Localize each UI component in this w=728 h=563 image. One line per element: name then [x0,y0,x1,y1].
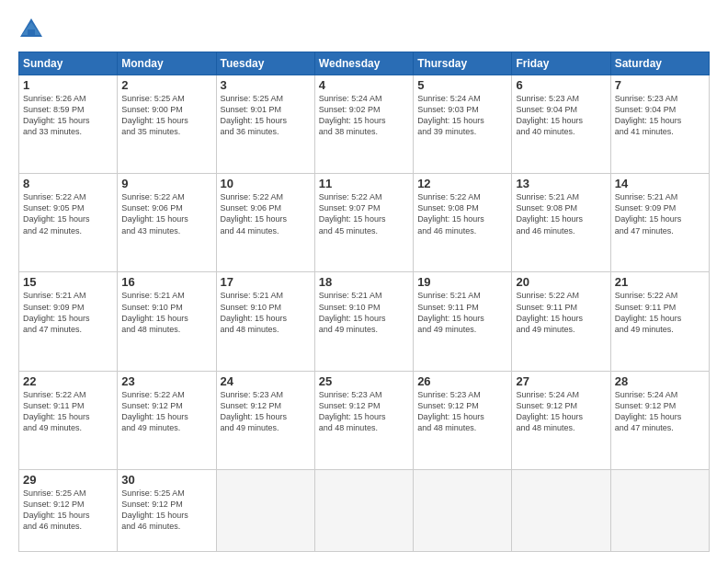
day-number: 14 [615,177,705,190]
calendar-header-row: SundayMondayTuesdayWednesdayThursdayFrid… [19,52,710,75]
day-info: Sunrise: 5:24 AM Sunset: 9:02 PM Dayligh… [319,93,409,138]
calendar-day: 16Sunrise: 5:21 AM Sunset: 9:10 PM Dayli… [118,272,216,371]
day-info: Sunrise: 5:25 AM Sunset: 9:12 PM Dayligh… [121,488,211,533]
day-number: 5 [417,78,507,92]
calendar-day: 17Sunrise: 5:21 AM Sunset: 9:10 PM Dayli… [216,272,314,371]
weekday-header: Wednesday [314,52,413,75]
calendar-week-row: 1Sunrise: 5:26 AM Sunset: 8:59 PM Daylig… [19,75,710,174]
day-number: 30 [121,473,211,487]
calendar-day: 8Sunrise: 5:22 AM Sunset: 9:05 PM Daylig… [19,174,118,272]
day-info: Sunrise: 5:24 AM Sunset: 9:12 PM Dayligh… [516,389,606,434]
calendar-empty-day [512,469,610,551]
weekday-header: Friday [512,52,610,75]
day-number: 15 [23,275,113,289]
calendar-day: 2Sunrise: 5:25 AM Sunset: 9:00 PM Daylig… [118,75,216,174]
day-number: 2 [121,78,211,92]
logo [18,17,50,42]
calendar-day: 21Sunrise: 5:22 AM Sunset: 9:11 PM Dayli… [610,272,709,371]
calendar-day: 1Sunrise: 5:26 AM Sunset: 8:59 PM Daylig… [19,75,118,174]
day-info: Sunrise: 5:21 AM Sunset: 9:10 PM Dayligh… [121,290,211,335]
calendar-day: 27Sunrise: 5:24 AM Sunset: 9:12 PM Dayli… [512,371,610,469]
day-info: Sunrise: 5:25 AM Sunset: 9:01 PM Dayligh… [221,93,311,138]
day-number: 26 [417,374,507,388]
day-number: 11 [319,177,409,190]
weekday-header: Thursday [414,52,512,75]
calendar-day: 22Sunrise: 5:22 AM Sunset: 9:11 PM Dayli… [19,371,118,469]
day-number: 3 [221,78,311,92]
day-number: 18 [319,275,409,289]
calendar-empty-day [414,469,512,551]
day-number: 20 [516,275,606,289]
calendar-day: 13Sunrise: 5:21 AM Sunset: 9:08 PM Dayli… [512,174,610,272]
calendar-week-row: 8Sunrise: 5:22 AM Sunset: 9:05 PM Daylig… [19,174,710,272]
calendar-table: SundayMondayTuesdayWednesdayThursdayFrid… [18,52,710,552]
day-info: Sunrise: 5:26 AM Sunset: 8:59 PM Dayligh… [23,93,113,138]
calendar-week-row: 29Sunrise: 5:25 AM Sunset: 9:12 PM Dayli… [19,469,710,551]
header [18,17,710,42]
calendar-day: 19Sunrise: 5:21 AM Sunset: 9:11 PM Dayli… [414,272,512,371]
day-info: Sunrise: 5:24 AM Sunset: 9:12 PM Dayligh… [615,389,705,434]
calendar-day: 7Sunrise: 5:23 AM Sunset: 9:04 PM Daylig… [610,75,709,174]
calendar-empty-day [610,469,709,551]
calendar-empty-day [314,469,413,551]
calendar-day: 26Sunrise: 5:23 AM Sunset: 9:12 PM Dayli… [414,371,512,469]
day-number: 13 [516,177,606,190]
day-number: 25 [319,374,409,388]
day-number: 1 [23,78,113,92]
calendar-day: 3Sunrise: 5:25 AM Sunset: 9:01 PM Daylig… [216,75,314,174]
day-info: Sunrise: 5:23 AM Sunset: 9:12 PM Dayligh… [319,389,409,434]
day-number: 23 [121,374,211,388]
calendar-day: 12Sunrise: 5:22 AM Sunset: 9:08 PM Dayli… [414,174,512,272]
calendar-day: 6Sunrise: 5:23 AM Sunset: 9:04 PM Daylig… [512,75,610,174]
weekday-header: Sunday [19,52,118,75]
calendar-day: 28Sunrise: 5:24 AM Sunset: 9:12 PM Dayli… [610,371,709,469]
svg-rect-2 [28,29,35,35]
day-info: Sunrise: 5:25 AM Sunset: 9:00 PM Dayligh… [121,93,211,138]
day-number: 10 [221,177,311,190]
day-number: 4 [319,78,409,92]
calendar-day: 25Sunrise: 5:23 AM Sunset: 9:12 PM Dayli… [314,371,413,469]
day-number: 9 [121,177,211,190]
day-number: 24 [221,374,311,388]
day-info: Sunrise: 5:22 AM Sunset: 9:08 PM Dayligh… [417,191,507,236]
weekday-header: Saturday [610,52,709,75]
day-info: Sunrise: 5:21 AM Sunset: 9:08 PM Dayligh… [516,191,606,236]
day-number: 17 [221,275,311,289]
day-number: 19 [417,275,507,289]
calendar-day: 4Sunrise: 5:24 AM Sunset: 9:02 PM Daylig… [314,75,413,174]
day-info: Sunrise: 5:23 AM Sunset: 9:12 PM Dayligh… [417,389,507,434]
day-info: Sunrise: 5:22 AM Sunset: 9:11 PM Dayligh… [615,290,705,335]
weekday-header: Monday [118,52,216,75]
day-number: 22 [23,374,113,388]
day-number: 21 [615,275,705,289]
day-info: Sunrise: 5:23 AM Sunset: 9:04 PM Dayligh… [516,93,606,138]
calendar-day: 30Sunrise: 5:25 AM Sunset: 9:12 PM Dayli… [118,469,216,551]
day-number: 16 [121,275,211,289]
calendar-day: 10Sunrise: 5:22 AM Sunset: 9:06 PM Dayli… [216,174,314,272]
day-number: 7 [615,78,705,92]
day-number: 28 [615,374,705,388]
day-info: Sunrise: 5:21 AM Sunset: 9:09 PM Dayligh… [23,290,113,335]
calendar-day: 18Sunrise: 5:21 AM Sunset: 9:10 PM Dayli… [314,272,413,371]
day-info: Sunrise: 5:21 AM Sunset: 9:11 PM Dayligh… [417,290,507,335]
day-number: 8 [23,177,113,190]
day-info: Sunrise: 5:25 AM Sunset: 9:12 PM Dayligh… [23,488,113,533]
day-info: Sunrise: 5:22 AM Sunset: 9:06 PM Dayligh… [121,191,211,236]
day-info: Sunrise: 5:21 AM Sunset: 9:10 PM Dayligh… [319,290,409,335]
calendar-day: 24Sunrise: 5:23 AM Sunset: 9:12 PM Dayli… [216,371,314,469]
day-info: Sunrise: 5:22 AM Sunset: 9:07 PM Dayligh… [319,191,409,236]
calendar-day: 29Sunrise: 5:25 AM Sunset: 9:12 PM Dayli… [19,469,118,551]
day-number: 29 [23,473,113,487]
calendar-empty-day [216,469,314,551]
weekday-header: Tuesday [216,52,314,75]
day-number: 27 [516,374,606,388]
day-number: 6 [516,78,606,92]
page: SundayMondayTuesdayWednesdayThursdayFrid… [0,0,728,563]
calendar-day: 15Sunrise: 5:21 AM Sunset: 9:09 PM Dayli… [19,272,118,371]
day-info: Sunrise: 5:21 AM Sunset: 9:10 PM Dayligh… [221,290,311,335]
day-info: Sunrise: 5:23 AM Sunset: 9:12 PM Dayligh… [221,389,311,434]
logo-icon [18,17,44,42]
calendar-week-row: 22Sunrise: 5:22 AM Sunset: 9:11 PM Dayli… [19,371,710,469]
day-info: Sunrise: 5:22 AM Sunset: 9:12 PM Dayligh… [121,389,211,434]
calendar-day: 14Sunrise: 5:21 AM Sunset: 9:09 PM Dayli… [610,174,709,272]
